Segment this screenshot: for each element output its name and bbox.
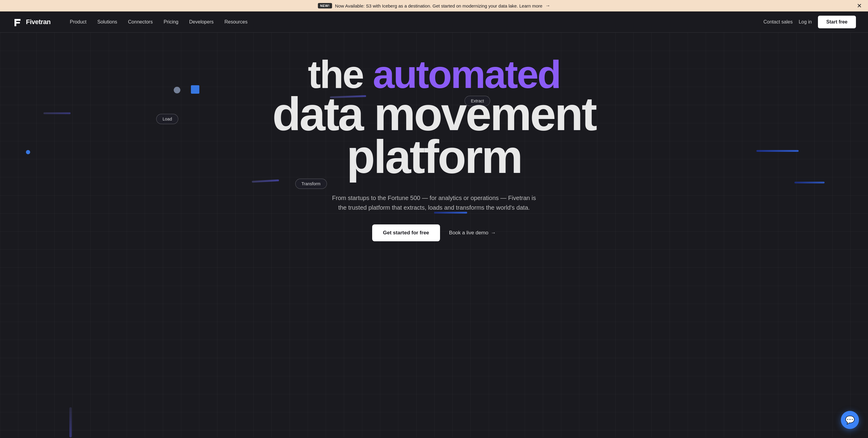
hero-section: Extract Load Transform the automated dat… xyxy=(0,33,868,437)
logo-link[interactable]: Fivetran xyxy=(12,16,51,27)
nav-link-solutions[interactable]: Solutions xyxy=(93,17,122,27)
announcement-text: Now Available: S3 with Iceberg as a dest… xyxy=(335,3,542,8)
hero-cta-group: Get started for free Book a live demo → xyxy=(265,225,603,241)
chat-bubble-icon: 💬 xyxy=(845,415,855,425)
decorative-dot-3 xyxy=(26,150,30,154)
pipeline-line-5 xyxy=(795,182,825,183)
hero-content: the automated data movement platform Fro… xyxy=(253,33,615,254)
decorative-dot-1 xyxy=(174,87,180,93)
nav-link-connectors[interactable]: Connectors xyxy=(124,17,157,27)
contact-sales-link[interactable]: Contact sales xyxy=(763,19,793,25)
announcement-close-button[interactable]: ✕ xyxy=(857,3,862,9)
book-demo-arrow: → xyxy=(491,230,496,236)
pipeline-line-2 xyxy=(43,112,70,114)
new-badge: NEW! xyxy=(318,3,332,8)
chat-bubble-button[interactable]: 💬 xyxy=(841,411,859,429)
announcement-bar: NEW! Now Available: S3 with Iceberg as a… xyxy=(0,0,868,11)
nav-actions: Contact sales Log in Start free xyxy=(763,16,856,28)
nav-link-resources[interactable]: Resources xyxy=(220,17,251,27)
nav-link-pricing[interactable]: Pricing xyxy=(159,17,183,27)
pipeline-line-4 xyxy=(756,150,799,152)
book-demo-text: Book a live demo xyxy=(449,230,488,236)
hero-line-1: the automated xyxy=(265,57,603,93)
nav-link-developers[interactable]: Developers xyxy=(185,17,218,27)
decorative-vertical-bar xyxy=(69,407,72,437)
decorative-dot-2 xyxy=(191,85,199,94)
hero-line-3: platform xyxy=(265,136,603,179)
hero-line-2: data movement xyxy=(265,93,603,136)
fivetran-logo-icon xyxy=(12,16,23,27)
get-started-button[interactable]: Get started for free xyxy=(372,225,440,241)
navigation: Fivetran Product Solutions Connectors Pr… xyxy=(0,11,868,33)
nav-link-product[interactable]: Product xyxy=(66,17,91,27)
load-badge: Load xyxy=(156,114,178,124)
start-free-button[interactable]: Start free xyxy=(818,16,856,28)
hero-subtext: From startups to the Fortune 500 — for a… xyxy=(332,193,536,212)
hero-headline: the automated data movement platform xyxy=(265,57,603,179)
logo-text: Fivetran xyxy=(26,18,51,26)
announcement-arrow: → xyxy=(545,3,550,8)
log-in-link[interactable]: Log in xyxy=(799,19,812,25)
book-demo-link[interactable]: Book a live demo → xyxy=(449,230,496,236)
nav-links: Product Solutions Connectors Pricing Dev… xyxy=(66,17,764,27)
